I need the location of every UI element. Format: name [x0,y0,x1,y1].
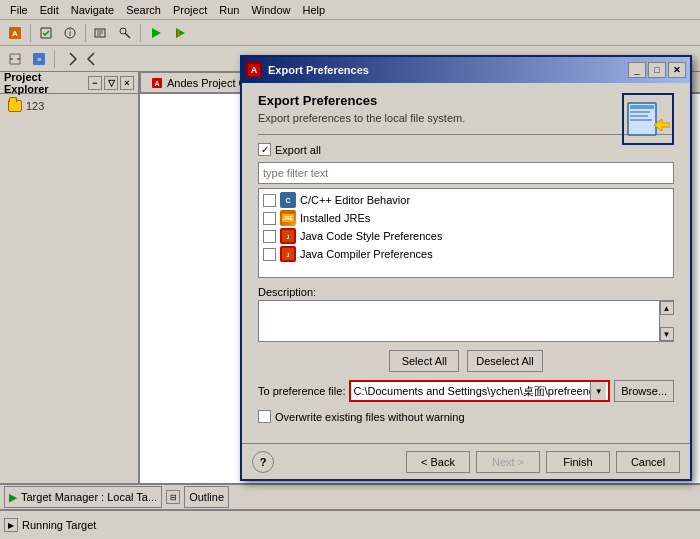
overwrite-checkbox[interactable] [258,410,271,423]
svg-text:J: J [287,252,290,258]
dialog-titlebar: A Export Preferences _ □ ✕ [242,57,690,83]
tree-item-java-compiler: J Java Compiler Preferences [261,245,671,263]
dialog-footer: ? < Back Next > Finish Cancel [242,443,690,479]
dialog-titlebar-icon: A [246,62,262,78]
select-all-btn[interactable]: Select All [389,350,459,372]
svg-text:JRE: JRE [283,215,293,221]
cancel-btn[interactable]: Cancel [616,451,680,473]
tree-checkbox-java-compiler[interactable] [263,248,276,261]
file-path-row: To preference file: C:\Documents and Set… [258,380,674,402]
java-style-icon: J [280,228,296,244]
file-combo-dropdown[interactable]: ▼ [590,382,606,400]
help-btn[interactable]: ? [252,451,274,473]
scroll-track [660,315,674,327]
modal-overlay: A Export Preferences _ □ ✕ [0,0,700,539]
svg-text:J: J [287,234,290,240]
tree-item-jre: JRE Installed JREs [261,209,671,227]
file-combo[interactable]: C:\Documents and Settings\ychen\桌面\prefr… [349,380,610,402]
svg-rect-17 [630,115,648,117]
description-label: Description: [258,286,674,298]
tree-checkbox-java-style[interactable] [263,230,276,243]
back-btn[interactable]: < Back [406,451,470,473]
tree-item-cpp: C C/C++ Editor Behavior [261,191,671,209]
description-box: ▲ ▼ [258,300,674,342]
overwrite-row: Overwrite existing files without warning [258,410,674,423]
scroll-up-btn[interactable]: ▲ [660,301,674,315]
tree-checkbox-cpp[interactable] [263,194,276,207]
scroll-down-btn[interactable]: ▼ [660,327,674,341]
dialog-section-desc: Export preferences to the local file sys… [258,112,674,124]
tree-list[interactable]: C C/C++ Editor Behavior JRE Installed JR… [258,188,674,278]
export-preferences-dialog: A Export Preferences _ □ ✕ [240,55,692,481]
svg-rect-18 [630,119,652,121]
export-all-label: Export all [275,144,321,156]
dialog-minimize-btn[interactable]: _ [628,62,646,78]
dialog-divider-1 [258,134,674,135]
export-all-row: ✓ Export all [258,143,614,156]
tree-item-java-style: J Java Code Style Preferences [261,227,671,245]
select-btn-row: Select All Deselect All [258,350,674,372]
svg-rect-16 [630,111,650,113]
finish-btn[interactable]: Finish [546,451,610,473]
dialog-icon-area [622,93,674,145]
deselect-all-btn[interactable]: Deselect All [467,350,542,372]
description-scrollbar: ▲ ▼ [659,301,673,341]
export-all-checkmark: ✓ [261,144,269,155]
jre-icon: JRE [280,210,296,226]
dialog-maximize-btn[interactable]: □ [648,62,666,78]
tree-item-cpp-label: C/C++ Editor Behavior [300,194,410,206]
dialog-close-btn[interactable]: ✕ [668,62,686,78]
export-all-checkbox[interactable]: ✓ [258,143,271,156]
dialog-body: Export Preferences Export preferences to… [242,83,690,443]
ide-window: File Edit Navigate Search Project Run Wi… [0,0,700,539]
tree-item-jre-label: Installed JREs [300,212,370,224]
dialog-title: Export Preferences [268,64,626,76]
tree-checkbox-jre[interactable] [263,212,276,225]
filter-input[interactable] [258,162,674,184]
dialog-section-title: Export Preferences [258,93,674,108]
cpp-icon: C [280,192,296,208]
svg-rect-15 [630,105,654,109]
export-icon [626,97,670,141]
tree-item-java-style-label: Java Code Style Preferences [300,230,442,242]
tree-item-java-compiler-label: Java Compiler Preferences [300,248,433,260]
file-label: To preference file: [258,385,345,397]
browse-btn[interactable]: Browse... [614,380,674,402]
overwrite-label: Overwrite existing files without warning [275,411,465,423]
java-compiler-icon: J [280,246,296,262]
next-btn[interactable]: Next > [476,451,540,473]
file-combo-text: C:\Documents and Settings\ychen\桌面\prefr… [353,384,590,399]
